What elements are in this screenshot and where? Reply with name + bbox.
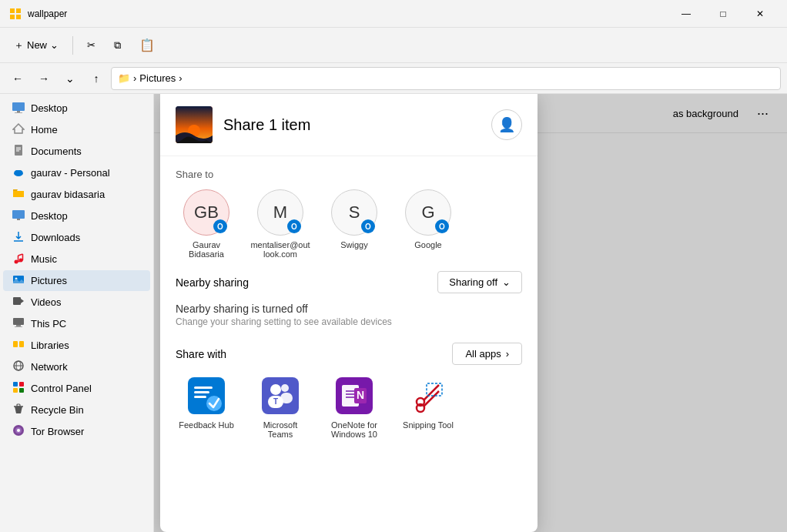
sidebar-item-control-panel[interactable]: Control Panel [3,378,150,399]
back-button[interactable]: ← [6,67,29,90]
outlook-badge-m: O [287,219,301,233]
up-button[interactable]: ↑ [85,67,108,90]
sidebar-item-desktop2[interactable]: Desktop [3,206,150,226]
sidebar-label: Control Panel [31,383,92,394]
copy-button[interactable]: ⧉ [106,32,129,59]
snipping-tool-label: Snipping Tool [403,420,454,430]
share-with-label: Share with [176,348,226,360]
paste-button[interactable]: 📋 [132,32,162,59]
svg-point-44 [17,429,20,432]
sidebar-label: Libraries [31,340,69,351]
svg-rect-0 [10,8,15,13]
share-thumbnail [176,106,213,143]
sidebar-label: Tor Browser [31,426,84,437]
title-bar: wallpaper — □ ✕ [0,0,787,28]
cut-button[interactable]: ✂ [79,32,103,59]
sharing-off-dropdown[interactable]: Sharing off ⌄ [437,271,522,293]
contact-avatar-gaurav: GB O [183,189,229,236]
pictures-icon [12,273,25,288]
sidebar-item-this-pc[interactable]: This PC [3,313,150,334]
videos-icon [12,295,25,309]
paste-icon: 📋 [139,38,155,52]
plus-icon: ＋ [14,38,24,52]
share-body: Share to GB O Gaurav Bidasaria M O [160,156,538,532]
sidebar-item-recycle-bin[interactable]: Recycle Bin [3,400,150,420]
contacts-row: GB O Gaurav Bidasaria M O mentaliser@out… [176,189,522,259]
libraries-icon [12,338,25,353]
svg-rect-52 [262,377,299,414]
sidebar-label: gaurav bidasaria [31,189,105,200]
app-onenote[interactable]: N OneNote for Windows 10 [323,377,385,439]
forward-button[interactable]: → [32,67,55,90]
close-button[interactable]: ✕ [742,0,778,28]
svg-rect-1 [16,8,21,13]
sidebar-item-downloads[interactable]: Downloads [3,227,150,248]
share-user-button[interactable]: 👤 [491,109,522,140]
sidebar-item-network[interactable]: Network [3,356,150,377]
contact-avatar-mentaliser: M O [257,189,303,236]
sidebar-label: Music [31,253,57,265]
contact-name-swiggy: Swiggy [340,240,367,249]
svg-rect-15 [12,210,25,219]
sidebar-label: Pictures [31,275,67,286]
toolbar-separator [72,36,73,55]
outlook-badge: O [213,219,227,233]
snipping-tool-icon [410,377,447,414]
sidebar-item-libraries[interactable]: Libraries [3,335,150,356]
share-to-label: Share to [176,169,522,180]
music-icon [12,252,25,266]
all-apps-button[interactable]: All apps › [452,343,522,365]
svg-rect-32 [19,341,24,347]
contact-swiggy[interactable]: S O Swiggy [323,189,385,259]
breadcrumb-folder-icon: 📁 [118,72,130,84]
svg-rect-49 [194,391,209,393]
app-snipping-tool[interactable]: Snipping Tool [397,377,459,439]
app-teams[interactable]: T Microsoft Teams [249,377,311,439]
nearby-off-subtitle: Change your sharing setting to see avail… [176,316,522,327]
all-apps-label: All apps [465,348,501,360]
contact-gaurav[interactable]: GB O Gaurav Bidasaria [176,189,237,259]
svg-rect-39 [19,388,24,393]
sidebar-item-pictures[interactable]: Pictures [3,270,150,291]
svg-point-53 [281,384,289,392]
share-title: Share 1 item [223,116,481,134]
apps-row: Feedback Hub T [176,377,522,439]
sidebar-item-music[interactable]: Music [3,249,150,269]
share-dialog: Share 1 item 👤 Share to GB O Gaurav Bida… [160,94,538,532]
breadcrumb[interactable]: 📁 › Pictures › [111,67,781,90]
share-header: Share 1 item 👤 [160,94,538,156]
chevron-down-icon: ⌄ [502,276,511,288]
cloud-icon [12,166,25,180]
desktop-icon [12,101,25,115]
minimize-button[interactable]: — [668,0,704,28]
sidebar-label: gaurav - Personal [31,167,110,179]
svg-rect-29 [16,325,21,326]
contact-google[interactable]: G O Google [397,189,459,259]
sidebar-item-documents[interactable]: Documents [3,141,150,162]
sidebar-item-home[interactable]: Home [3,119,150,140]
sharing-off-label: Sharing off [449,276,497,288]
sidebar-label: This PC [31,318,66,330]
app-feedback-hub[interactable]: Feedback Hub [176,377,237,439]
svg-rect-38 [13,388,18,393]
share-with-row: Share with All apps › [176,343,522,365]
svg-text:N: N [357,389,364,401]
sidebar-item-gaurav-bidasaria[interactable]: gaurav bidasaria [3,184,150,205]
sidebar-item-videos[interactable]: Videos [3,292,150,313]
sidebar-item-desktop[interactable]: Desktop [3,98,150,119]
chevron-right-icon: › [506,348,509,360]
downloads-icon [12,230,25,245]
outlook-badge-s: O [361,219,375,233]
maximize-button[interactable]: □ [705,0,741,28]
new-button[interactable]: ＋ New ⌄ [6,32,66,59]
sidebar-item-gaurav-personal[interactable]: gaurav - Personal [3,162,150,183]
onenote-label: OneNote for Windows 10 [331,420,377,439]
copy-icon: ⧉ [114,39,121,52]
recent-button[interactable]: ⌄ [59,67,82,90]
svg-rect-3 [16,15,21,19]
sidebar-item-tor-browser[interactable]: Tor Browser [3,421,150,442]
contact-mentaliser[interactable]: M O mentaliser@out look.com [249,189,311,259]
svg-rect-4 [12,102,25,111]
svg-rect-31 [13,341,18,347]
svg-rect-16 [17,219,20,220]
